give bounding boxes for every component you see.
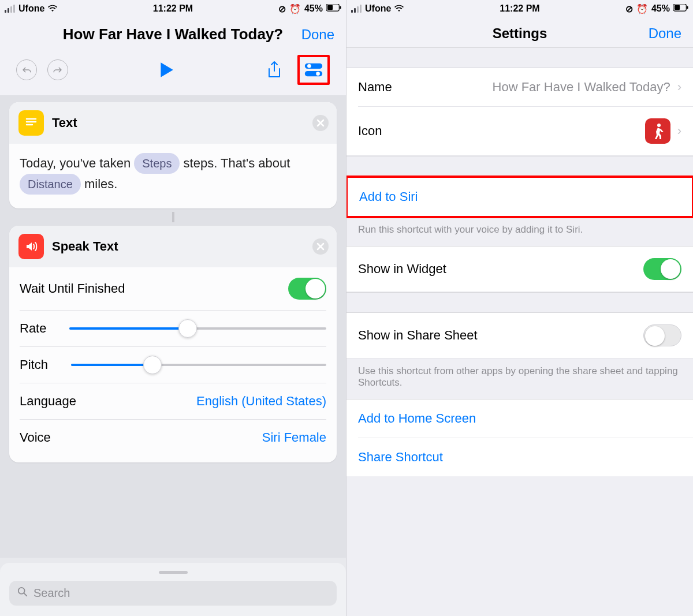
siri-footer-text: Run this shortcut with your voice by add…	[346, 217, 693, 247]
drag-handle[interactable]	[159, 571, 188, 574]
share-shortcut-label: Share Shortcut	[358, 450, 443, 465]
text-fragment: Today, you've taken	[20, 156, 131, 170]
name-row[interactable]: Name How Far Have I Walked Today? ›	[346, 68, 693, 106]
chevron-right-icon: ›	[677, 80, 681, 95]
done-button[interactable]: Done	[649, 25, 681, 42]
steps-variable-token[interactable]: Steps	[134, 153, 180, 174]
undo-button[interactable]	[16, 59, 37, 80]
clock-label: 11:22 PM	[500, 3, 539, 14]
carrier-label: Ufone	[365, 3, 391, 14]
orientation-lock-icon: ⊘	[625, 3, 633, 14]
search-panel: Search	[0, 563, 346, 616]
add-to-home-label: Add to Home Screen	[358, 411, 476, 426]
actions-area: Text Today, you've taken Steps steps. Th…	[0, 95, 346, 558]
widget-label: Show in Widget	[358, 262, 446, 277]
rate-slider[interactable]	[69, 327, 326, 330]
svg-rect-10	[687, 6, 688, 9]
text-card-close-button[interactable]	[312, 115, 329, 131]
battery-pct-label: 45%	[651, 3, 670, 14]
language-label: Language	[20, 394, 76, 409]
voice-value[interactable]: Siri Female	[262, 430, 326, 445]
add-to-siri-label: Add to Siri	[359, 189, 418, 204]
page-title: How Far Have I Walked Today?	[9, 25, 337, 43]
distance-variable-token[interactable]: Distance	[20, 174, 81, 195]
share-shortcut-row[interactable]: Share Shortcut	[346, 438, 693, 476]
svg-rect-2	[340, 6, 341, 9]
battery-icon	[326, 3, 341, 14]
language-value[interactable]: English (United States)	[196, 394, 326, 409]
share-button[interactable]	[264, 59, 285, 80]
add-to-home-screen-row[interactable]: Add to Home Screen	[346, 400, 693, 438]
done-button[interactable]: Done	[301, 27, 334, 43]
alarm-icon: ⏰	[289, 3, 301, 14]
icon-row[interactable]: Icon ›	[346, 107, 693, 156]
svg-point-11	[657, 124, 661, 127]
speak-text-action-card[interactable]: Speak Text Wait Until Finished Rate	[9, 226, 337, 462]
svg-rect-1	[327, 5, 333, 10]
svg-point-4	[307, 64, 311, 68]
icon-label: Icon	[358, 124, 382, 139]
add-to-siri-row[interactable]: Add to Siri	[346, 176, 693, 218]
nav-bar: How Far Have I Walked Today? Done	[0, 17, 346, 49]
name-label: Name	[358, 80, 392, 95]
redo-button[interactable]	[47, 59, 68, 80]
page-title: Settings	[356, 25, 684, 42]
carrier-label: Ufone	[18, 3, 44, 14]
settings-button[interactable]	[303, 59, 324, 80]
name-value: How Far Have I Walked Today?	[392, 80, 670, 95]
chevron-right-icon: ›	[677, 124, 681, 139]
wait-finished-toggle[interactable]	[288, 278, 326, 300]
share-sheet-footer-text: Use this shortcut from other apps by ope…	[346, 359, 693, 400]
speak-text-icon	[18, 234, 44, 259]
action-connector	[9, 212, 337, 222]
wifi-icon	[394, 3, 404, 14]
wait-finished-label: Wait Until Finished	[20, 281, 125, 296]
nav-bar: Settings Done	[346, 17, 693, 47]
share-sheet-label: Show in Share Sheet	[358, 328, 478, 343]
svg-point-6	[316, 72, 320, 76]
widget-toggle[interactable]	[643, 258, 681, 280]
svg-rect-9	[675, 5, 680, 10]
battery-pct-label: 45%	[304, 3, 323, 14]
search-icon	[17, 587, 28, 600]
run-button[interactable]	[156, 59, 177, 80]
voice-label: Voice	[20, 430, 51, 445]
walking-pedestrian-icon	[645, 118, 670, 144]
speak-card-title: Speak Text	[52, 239, 118, 254]
text-fragment: steps. That's about	[184, 156, 290, 170]
rate-label: Rate	[20, 321, 46, 336]
orientation-lock-icon: ⊘	[278, 3, 286, 14]
text-card-title: Text	[52, 115, 77, 130]
status-bar: Ufone 11:22 PM ⊘ ⏰ 45%	[346, 0, 693, 17]
svg-point-7	[18, 588, 25, 594]
pitch-slider[interactable]	[71, 364, 326, 366]
settings-button-highlight	[297, 55, 330, 85]
battery-icon	[673, 3, 688, 14]
pitch-label: Pitch	[20, 357, 48, 372]
text-action-card[interactable]: Text Today, you've taken Steps steps. Th…	[9, 102, 337, 208]
alarm-icon: ⏰	[636, 3, 648, 14]
clock-label: 11:22 PM	[153, 3, 193, 14]
show-in-widget-row: Show in Widget	[346, 247, 693, 292]
text-action-icon	[18, 110, 44, 136]
signal-icon	[5, 5, 15, 13]
text-fragment: miles.	[84, 177, 117, 191]
toolbar	[0, 49, 346, 95]
signal-icon	[351, 5, 362, 13]
show-in-share-sheet-row: Show in Share Sheet	[346, 313, 693, 359]
search-placeholder: Search	[33, 587, 70, 600]
wifi-icon	[48, 3, 57, 14]
speak-card-close-button[interactable]	[312, 238, 329, 255]
search-input[interactable]: Search	[9, 581, 337, 606]
status-bar: Ufone 11:22 PM ⊘ ⏰ 45%	[0, 0, 346, 17]
share-sheet-toggle[interactable]	[643, 324, 681, 346]
text-card-body[interactable]: Today, you've taken Steps steps. That's …	[9, 144, 337, 208]
